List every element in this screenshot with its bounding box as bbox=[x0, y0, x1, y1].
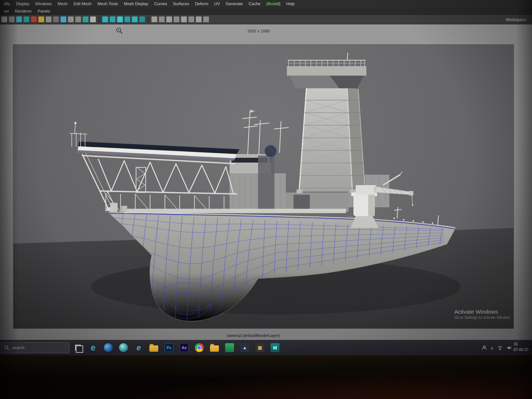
shelf-icon[interactable] bbox=[1, 16, 7, 23]
panel-menu-bar: ow Renderer Panels bbox=[0, 7, 532, 15]
task-view-icon bbox=[75, 345, 81, 351]
photoshop-icon[interactable]: Ps bbox=[164, 343, 174, 352]
ship-render bbox=[13, 45, 514, 329]
zoom-cursor-icon bbox=[115, 27, 123, 35]
file-explorer-icon[interactable] bbox=[149, 343, 159, 352]
tray-date: 07-06-20 bbox=[514, 347, 532, 352]
shelf-icon[interactable] bbox=[188, 16, 194, 23]
shelf-icon[interactable] bbox=[159, 16, 165, 23]
menu-cache[interactable]: Cache bbox=[246, 1, 264, 6]
folder-icon[interactable] bbox=[210, 343, 219, 352]
workspace-label: Workspace : bbox=[506, 17, 532, 22]
maya-window: dify Display Windows Mesh Edit Mesh Mesh… bbox=[0, 0, 532, 355]
shelf-icon[interactable] bbox=[124, 16, 131, 23]
system-tray bbox=[482, 340, 512, 355]
shelf-icon[interactable] bbox=[45, 16, 52, 23]
viewport-3d[interactable]: Activate Windows Go to Settings to activ… bbox=[13, 44, 514, 329]
menu-curves[interactable]: Curves bbox=[151, 1, 170, 6]
shelf-icon[interactable] bbox=[38, 16, 44, 23]
chrome-icon[interactable] bbox=[194, 343, 204, 352]
shelf-icon[interactable] bbox=[196, 16, 202, 23]
globe-app-icon[interactable] bbox=[119, 343, 128, 352]
shelf-icon[interactable] bbox=[16, 16, 22, 23]
shelf-icon[interactable] bbox=[102, 16, 108, 23]
menu-mesh-tools[interactable]: Mesh Tools bbox=[95, 1, 121, 6]
menu-mesh-display[interactable]: Mesh Display bbox=[121, 1, 151, 6]
shelf-icon[interactable] bbox=[31, 16, 37, 23]
shelf-icon[interactable] bbox=[139, 16, 145, 23]
image-app-icon[interactable]: ▦ bbox=[255, 343, 265, 352]
menu-display[interactable]: Display bbox=[13, 1, 32, 6]
shelf-icon[interactable] bbox=[90, 16, 96, 23]
shelf-icon[interactable] bbox=[117, 16, 123, 23]
shelf-icon[interactable] bbox=[68, 16, 74, 23]
shelf-separator bbox=[99, 17, 99, 23]
tray-time: 16 bbox=[514, 341, 532, 347]
shelf-icon[interactable] bbox=[23, 16, 30, 23]
search-input[interactable] bbox=[11, 345, 60, 350]
shelf-icon[interactable] bbox=[181, 16, 187, 23]
task-view-button[interactable] bbox=[73, 343, 83, 352]
desk-surface bbox=[0, 355, 532, 399]
windows-taskbar: e e Ps Ae ▲ ▦ M 16 bbox=[0, 340, 532, 355]
edge-icon[interactable]: e bbox=[88, 343, 98, 352]
shelf-icon[interactable] bbox=[166, 16, 172, 23]
photos-app-icon[interactable] bbox=[104, 343, 113, 352]
menu-modify[interactable]: dify bbox=[1, 1, 13, 6]
shelf-icon[interactable] bbox=[132, 16, 138, 23]
tray-chevron-icon[interactable] bbox=[491, 344, 494, 351]
shelf-icon[interactable] bbox=[82, 16, 89, 23]
resolution-label: 1920 x 1080 bbox=[0, 29, 517, 33]
green-app-icon[interactable] bbox=[225, 343, 234, 352]
maya-icon[interactable]: M bbox=[270, 343, 280, 352]
menu-bar: dify Display Windows Mesh Edit Mesh Mesh… bbox=[0, 0, 532, 7]
shelf-icon[interactable] bbox=[9, 16, 15, 23]
menu-generate[interactable]: Generate bbox=[223, 1, 246, 6]
menu-windows[interactable]: Windows bbox=[32, 1, 55, 6]
shelf-icon[interactable] bbox=[75, 16, 81, 23]
shelf-icon[interactable] bbox=[151, 16, 157, 23]
shelf-icon[interactable] bbox=[203, 16, 209, 23]
network-icon[interactable] bbox=[497, 345, 503, 350]
taskbar-icons: e e Ps Ae ▲ ▦ M bbox=[73, 340, 280, 355]
render-view: 1920 x 1080 bbox=[0, 24, 532, 340]
volume-icon[interactable] bbox=[506, 345, 512, 350]
monitor-photo: dify Display Windows Mesh Edit Mesh Mesh… bbox=[0, 0, 532, 399]
shelf-separator bbox=[148, 17, 149, 23]
menu-edit-mesh[interactable]: Edit Mesh bbox=[71, 1, 95, 6]
menu-mesh[interactable]: Mesh bbox=[55, 1, 71, 6]
shelf-icon[interactable] bbox=[60, 16, 67, 23]
shelf-icon[interactable] bbox=[53, 16, 59, 23]
menu-uv[interactable]: UV bbox=[211, 1, 223, 6]
taskbar-clock[interactable]: 16 07-06-20 bbox=[514, 341, 532, 352]
menu-arnold[interactable]: [Arnold] bbox=[263, 1, 283, 6]
search-icon bbox=[4, 345, 9, 350]
shelf-icon[interactable] bbox=[109, 16, 116, 23]
menu-panels[interactable]: Panels bbox=[35, 9, 53, 13]
camera-caption: camera2 (defaultRenderLayer) bbox=[0, 334, 506, 338]
shelf-toolbar: Workspace : bbox=[0, 15, 532, 24]
menu-surfaces[interactable]: Surfaces bbox=[170, 1, 192, 6]
taskbar-search[interactable] bbox=[1, 342, 70, 353]
after-effects-icon[interactable]: Ae bbox=[179, 343, 189, 352]
shelf-icon[interactable] bbox=[173, 16, 180, 23]
media-app-icon[interactable]: ▲ bbox=[240, 343, 250, 352]
menu-show[interactable]: ow bbox=[1, 9, 12, 13]
menu-deform[interactable]: Deform bbox=[192, 1, 211, 6]
menu-help[interactable]: Help bbox=[283, 1, 298, 6]
user-icon[interactable] bbox=[482, 345, 487, 350]
internet-explorer-icon[interactable]: e bbox=[134, 343, 143, 352]
menu-renderer[interactable]: Renderer bbox=[12, 9, 35, 13]
